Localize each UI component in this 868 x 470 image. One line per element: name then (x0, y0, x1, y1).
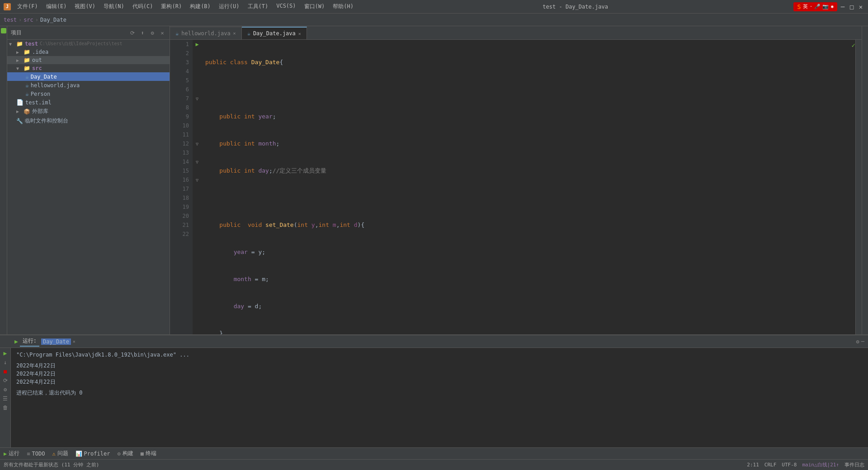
tree-testiml[interactable]: 📄 test.iml (7, 98, 170, 107)
run-tab-play-icon[interactable]: ▶ (14, 338, 18, 345)
gutter-16[interactable]: ▽ (193, 175, 202, 184)
minimize-button[interactable]: ─ (839, 3, 846, 10)
profiler-label[interactable]: Profiler (84, 451, 110, 457)
status-git[interactable]: main△白线|21↑ (802, 461, 839, 468)
run-delete-icon[interactable]: 🗑 (3, 404, 8, 411)
tree-tempfiles[interactable]: 🔧 临时文件和控制台 (7, 116, 170, 126)
bottom-tools-bar: ▶ 运行 ≡ TODO ⚠ 问题 📊 Profiler ⚙ 构建 ■ 终端 (0, 447, 868, 459)
mic-icon[interactable]: 🎤 (814, 4, 821, 9)
gutter-21 (193, 221, 202, 230)
menu-vcs[interactable]: VCS(S) (273, 2, 299, 11)
nav-part-file[interactable]: Day_Date (40, 17, 66, 23)
problems-tab[interactable]: ⚠ 问题 (52, 450, 68, 457)
tree-extlibs[interactable]: ▶ 📦 外部库 (7, 107, 170, 116)
run-tab-bottom[interactable]: ▶ 运行 (4, 450, 19, 457)
menu-file[interactable]: 文件(F) (14, 2, 42, 11)
tab-helloworld-close[interactable]: ✕ (233, 31, 236, 36)
run-rerun-icon[interactable]: ⟳ (3, 377, 8, 384)
settings-icon-bottom[interactable]: ⚙ (856, 338, 859, 345)
exit-line: 进程已结束，退出代码为 0 (16, 389, 863, 397)
tab-helloworld[interactable]: ☕ helloworld.java ✕ (170, 27, 242, 39)
tree-out[interactable]: ▶ 📁 out (7, 56, 170, 64)
gutter-5 (193, 76, 202, 85)
collapse-icon[interactable]: ⬆ (139, 29, 146, 37)
gutter-12[interactable]: ▽ (193, 139, 202, 148)
gutter-4 (193, 67, 202, 76)
menu-build[interactable]: 构建(B) (186, 2, 214, 11)
maximize-button[interactable]: □ (848, 3, 855, 10)
idea-folder-icon: 📁 (24, 49, 30, 55)
nav-part-src[interactable]: src (24, 17, 33, 23)
problems-label[interactable]: 问题 (57, 450, 68, 457)
menu-window[interactable]: 窗口(W) (301, 2, 329, 11)
sougou-icon2[interactable]: 📷 (822, 4, 829, 9)
bottom-tab-run[interactable]: 运行: (20, 336, 39, 347)
tree-src[interactable]: ▼ 📁 src (7, 64, 170, 72)
status-event-log[interactable]: 事件日志 (844, 461, 864, 468)
code-editor[interactable]: 12345 678910 1112131415 1617181920 2122 … (170, 40, 862, 334)
run-settings-icon[interactable]: ⚙ (4, 386, 7, 393)
todo-label[interactable]: TODO (32, 451, 45, 457)
tree-root[interactable]: ▼ 📁 test C:\Users\白线\IdeaProjects\test (7, 40, 170, 48)
sougou-icon3[interactable]: ✱ (830, 4, 834, 9)
status-crlf[interactable]: CRLF (764, 462, 777, 468)
run-filter-icon[interactable]: ☰ (3, 395, 8, 402)
close-panel-icon[interactable]: ✕ (159, 29, 166, 37)
menu-help[interactable]: 帮助(H) (329, 2, 357, 11)
title-bar: J 文件(F) 编辑(E) 视图(V) 导航(N) 代码(C) 重构(R) 构建… (0, 0, 868, 14)
status-encoding[interactable]: UTF-8 (782, 462, 797, 468)
idea-label: .idea (32, 49, 48, 55)
sougou-input[interactable]: S 英 · 🎤 📷 ✱ (793, 2, 837, 11)
run-kill-icon[interactable]: ■ (4, 368, 7, 375)
tab-daydate[interactable]: ☕ Day_Date.java ✕ (242, 27, 307, 39)
run-stop-icon[interactable]: ↓ (4, 359, 7, 366)
gutter-17 (193, 184, 202, 193)
nav-breadcrumb: test › src › Day_Date (0, 14, 868, 26)
menu-code[interactable]: 代码(C) (129, 2, 157, 11)
tree-idea[interactable]: ▶ 📁 .idea (7, 48, 170, 56)
terminal-label[interactable]: 终端 (146, 450, 156, 457)
menu-bar[interactable]: 文件(F) 编辑(E) 视图(V) 导航(N) 代码(C) 重构(R) 构建(B… (14, 2, 357, 11)
bottom-panel: ▶ 运行: Day_Date ✕ ⚙ ─ ▶ ↓ ■ ⟳ ⚙ ☰ 🗑 "C:\P… (0, 334, 868, 447)
app-icon: J (4, 3, 11, 10)
code-content[interactable]: public class Day_Date { public int year;… (202, 40, 855, 334)
tempfiles-icon: 🔧 (16, 118, 23, 124)
run-tab-close[interactable]: ✕ (73, 339, 75, 344)
daydate-icon: ☕ (25, 73, 29, 80)
run-play-icon[interactable]: ▶ (4, 350, 7, 357)
terminal-tab[interactable]: ■ 终端 (141, 450, 156, 457)
settings-icon[interactable]: ⚙ (149, 29, 156, 37)
sync-icon[interactable]: ⟳ (129, 29, 136, 37)
build-label[interactable]: 构建 (123, 450, 133, 457)
menu-tools[interactable]: 工具(T) (244, 2, 272, 11)
run-label-bottom[interactable]: 运行 (9, 450, 19, 457)
code-line-2 (205, 85, 855, 94)
out-label: out (32, 57, 42, 63)
profiler-tab[interactable]: 📊 Profiler (75, 451, 110, 457)
menu-nav[interactable]: 导航(N) (100, 2, 128, 11)
tab-daydate-label: Day_Date.java (253, 30, 296, 37)
tree-daydate[interactable]: ☕ Day_Date (7, 72, 170, 81)
right-scrollbar[interactable] (855, 40, 862, 334)
sidebar-toolbar: 项目 ⟳ ⬆ ⚙ ✕ (7, 26, 170, 40)
tree-helloworld[interactable]: ☕ helloworld.java (7, 81, 170, 89)
close-button[interactable]: ✕ (857, 3, 864, 10)
person-icon: ☕ (25, 90, 29, 97)
todo-tab[interactable]: ≡ TODO (27, 451, 45, 457)
menu-run[interactable]: 运行(U) (215, 2, 243, 11)
gutter-1[interactable]: ▶ (193, 40, 202, 49)
code-line-10: day = d; (205, 302, 855, 311)
tree-person[interactable]: ☕ Person (7, 89, 170, 98)
tab-daydate-close[interactable]: ✕ (298, 31, 301, 36)
nav-part-test[interactable]: test (4, 17, 17, 23)
minimize-panel-icon[interactable]: ─ (861, 338, 864, 345)
menu-view[interactable]: 视图(V) (71, 2, 99, 11)
run-file-label[interactable]: Day_Date (41, 338, 71, 345)
menu-edit[interactable]: 编辑(E) (42, 2, 71, 11)
menu-refactor[interactable]: 重构(R) (157, 2, 185, 11)
gutter-7[interactable]: ▽ (193, 94, 202, 103)
status-position[interactable]: 2:11 (747, 462, 759, 468)
gutter-14[interactable]: ▽ (193, 157, 202, 166)
build-tab[interactable]: ⚙ 构建 (117, 450, 133, 457)
run-tab-area: ▶ 运行: Day_Date ✕ (14, 336, 79, 347)
